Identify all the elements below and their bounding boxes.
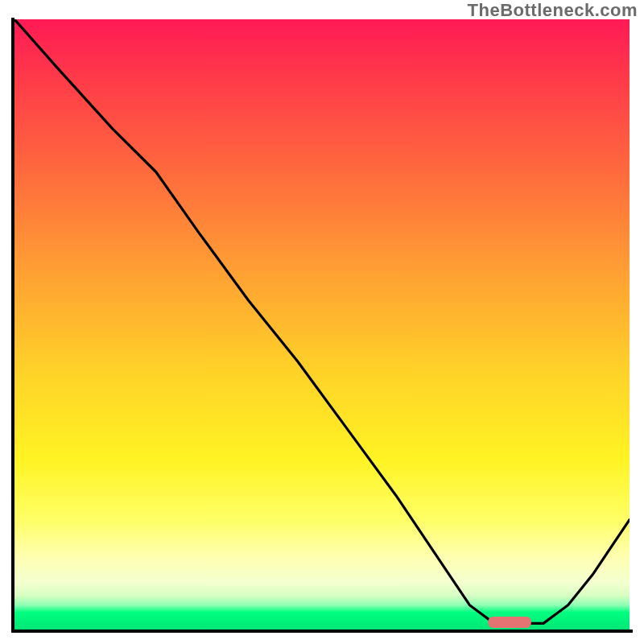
y-axis-line xyxy=(11,18,14,631)
bottleneck-chart: TheBottleneck.com xyxy=(0,0,644,644)
bottleneck-curve xyxy=(14,19,630,623)
optimal-range-marker xyxy=(488,617,531,628)
curve-layer xyxy=(14,19,630,630)
watermark-text: TheBottleneck.com xyxy=(468,0,638,21)
x-axis-line xyxy=(11,630,633,633)
